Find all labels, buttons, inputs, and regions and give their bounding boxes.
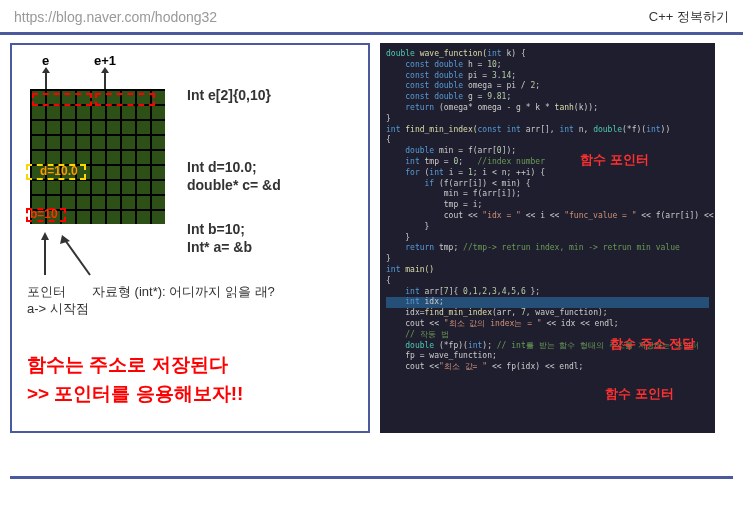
arrow-e1-icon <box>104 71 106 89</box>
diagram-panel: e e+1 d=10.0 b=10 Int e[2]{0,10} Int d=1… <box>10 43 370 433</box>
code-panel: double wave_function(int k) { const doub… <box>380 43 715 433</box>
label-e-plus-1: e+1 <box>94 53 116 68</box>
memory-grid-icon <box>30 89 165 224</box>
svg-marker-3 <box>60 235 70 244</box>
type-label: 자료형 (int*): 어디까지 읽을 래? <box>92 283 275 301</box>
page-title: C++ 정복하기 <box>649 8 729 26</box>
cell-d-label: d=10.0 <box>40 164 78 178</box>
big-line-2: >> 포인터를 응용해보자!! <box>27 383 243 404</box>
anno-function-pointer-1: 함수 포인터 <box>580 151 649 169</box>
pointer-label: 포인터 <box>27 283 66 301</box>
decl-d2: double* c= &d <box>187 177 281 193</box>
page-url: https://blog.naver.com/hodong32 <box>14 9 217 25</box>
main-message: 함수는 주소로 저장된다 >> 포인터를 응용해보자!! <box>27 351 243 408</box>
pointer-arrow-icon <box>40 230 100 280</box>
svg-marker-1 <box>41 232 49 240</box>
anno-function-pointer-2: 함수 포인터 <box>605 385 674 403</box>
decl-e: Int e[2]{0,10} <box>187 87 271 103</box>
code-block: double wave_function(int k) { const doub… <box>386 49 709 373</box>
big-line-1: 함수는 주소로 저장된다 <box>27 354 228 375</box>
arrow-e-icon <box>45 71 47 89</box>
decl-b2: Int* a= &b <box>187 239 252 255</box>
svg-line-2 <box>65 240 90 275</box>
selected-line: int idx; <box>386 297 709 308</box>
decl-d1: Int d=10.0; <box>187 159 257 175</box>
header-bar: https://blog.naver.com/hodong32 C++ 정복하기 <box>0 0 743 35</box>
decl-b1: Int b=10; <box>187 221 245 237</box>
red-box-e <box>32 93 92 106</box>
a-start-label: a-> 시작점 <box>27 300 89 318</box>
footer-divider <box>10 476 733 479</box>
content-area: e e+1 d=10.0 b=10 Int e[2]{0,10} Int d=1… <box>0 35 743 441</box>
label-e: e <box>42 53 49 68</box>
cell-b-label: b=10 <box>30 207 58 221</box>
anno-function-address: 함수 주소 전달 <box>610 335 695 353</box>
red-box-e1 <box>95 93 155 106</box>
